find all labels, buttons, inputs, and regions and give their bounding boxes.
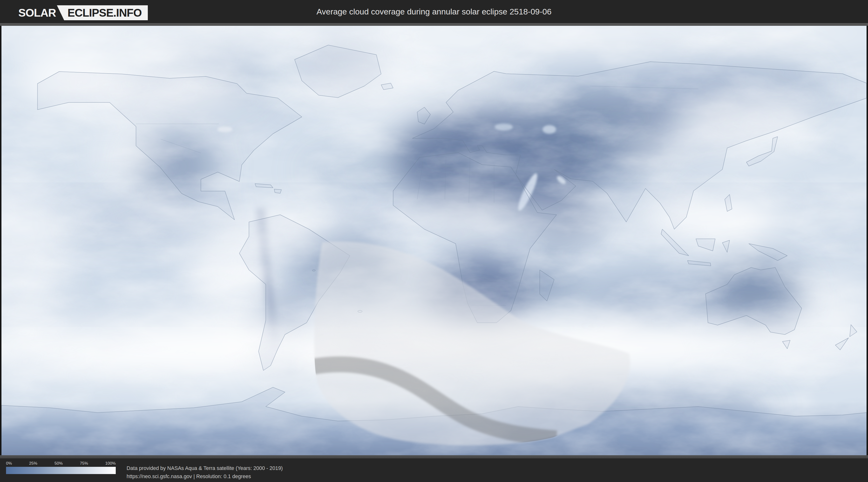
cloud-coverage-legend: 0% 25% 50% 75% 100% (6, 461, 116, 474)
legend-tick-75: 75% (80, 461, 88, 465)
divider-bottom (0, 455, 868, 458)
logo-text-eclipse: ECLIPSE.INFO (67, 6, 142, 19)
attribution-line1: Data provided by NASAs Aqua & Terra sate… (127, 464, 283, 472)
legend-tick-100: 100% (105, 461, 116, 465)
footer-bar: 0% 25% 50% 75% 100% Data provided by NAS… (0, 458, 868, 482)
legend-tick-25: 25% (29, 461, 37, 465)
logo-box: ECLIPSE.INFO (57, 5, 148, 20)
header-bar: SOLAR ECLIPSE.INFO Average cloud coverag… (0, 0, 868, 23)
legend-tick-labels: 0% 25% 50% 75% 100% (6, 461, 116, 465)
map-canvas (1, 26, 867, 455)
logo-text-solar: SOLAR (18, 5, 57, 20)
legend-tick-50: 50% (55, 461, 63, 465)
attribution-line2: https://neo.sci.gsfc.nasa.gov | Resoluti… (127, 472, 283, 481)
data-attribution: Data provided by NASAs Aqua & Terra sate… (127, 464, 283, 481)
legend-gradient-bar (6, 467, 116, 474)
legend-tick-0: 0% (6, 461, 12, 465)
site-logo[interactable]: SOLAR ECLIPSE.INFO (18, 5, 148, 20)
world-cloud-coverage-map (0, 26, 868, 455)
divider-top (0, 23, 868, 26)
